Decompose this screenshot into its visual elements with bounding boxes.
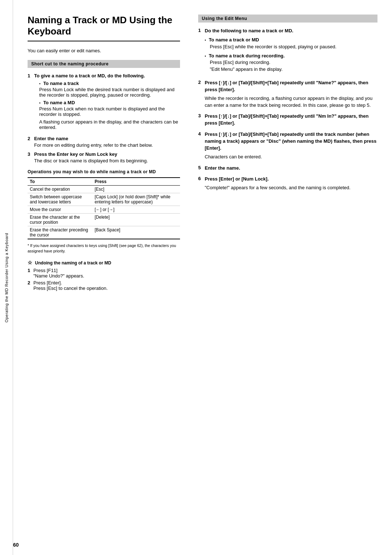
right-step-3-num: 3	[198, 113, 205, 118]
tip-step-2-text: Press [Enter]. Press [Esc] to cancel the…	[33, 280, 108, 291]
step-1-number: 1	[28, 73, 34, 78]
table-cell-press: [←] or [→]	[93, 206, 180, 214]
sub1-text: Press Num Lock while the desired track n…	[39, 87, 180, 98]
right-step-1-content: Do the following to name a track or MD. …	[205, 28, 377, 75]
right-sub-name-track-recording: • To name a track during recording. Pres…	[205, 53, 377, 73]
right-step-6-content: Press [Enter] or [Num Lock]. "Complete!"…	[205, 176, 377, 191]
tip-step-2-label: Press [Enter].	[33, 280, 62, 285]
right-step-2-content: Press [↑]/[↓] or [Tab]/[Shift]+[Tab] rep…	[205, 80, 377, 109]
sidebar-label: Operating the MD Recorder Using a Keyboa…	[4, 233, 9, 323]
shortcut-section-header: Short cut to the naming procedure	[28, 60, 180, 68]
step-3-number: 3	[28, 151, 34, 157]
table-col2-header: Press	[93, 178, 180, 186]
right-sub1-text: Press [Esc] while the recorder is stoppe…	[210, 44, 377, 50]
sub1-label: To name a track	[43, 81, 79, 86]
step-2-content: Enter the name For more on editing durin…	[34, 136, 180, 148]
main-content: Naming a Track or MD Using the Keyboard …	[13, 0, 392, 555]
sub2-label: To name a MD	[43, 100, 75, 105]
right-step-2-num: 2	[198, 80, 205, 85]
right-sub-name-track-md: • To name a track or MD Press [Esc] whil…	[205, 37, 377, 50]
bullet-icon: •	[39, 82, 41, 86]
right-step-1: 1 Do the following to name a track or MD…	[198, 28, 377, 75]
right-step-4-bold: Press [↑]/[↓] or [Tab]/[Shift]+[Tab] rep…	[205, 131, 376, 151]
table-row: Erase the character at the cursor positi…	[28, 214, 180, 226]
right-step-5: 5 Enter the name.	[198, 165, 377, 172]
intro-text: You can easily enter or edit names.	[28, 48, 180, 53]
table-cell-to: Switch between uppercase and lowercase l…	[28, 193, 93, 206]
right-step-2-detail: While the recorder is recording, a flash…	[205, 95, 377, 109]
right-step-3-bold: Press [↑]/[↓] or [Tab]/[Shift]+[Tab] rep…	[205, 113, 368, 126]
right-sub1-label: To name a track or MD	[209, 37, 259, 42]
right-step-5-content: Enter the name.	[205, 165, 377, 172]
table-cell-press: [Delete]	[93, 214, 180, 226]
right-sub2-text: Press [Esc] during recording.	[210, 59, 377, 66]
right-step-3-content: Press [↑]/[↓] or [Tab]/[Shift]+[Tab] rep…	[205, 113, 377, 127]
right-step-5-bold: Enter the name.	[205, 165, 240, 171]
table-cell-to: Cancel the operation	[28, 186, 93, 193]
right-sub2-extra: "Edit Menu" appears in the display.	[210, 66, 377, 73]
right-step-4-detail: Characters can be entered.	[205, 154, 377, 161]
tip-step-1: 1 Press [F11] "Name Undo?" appears.	[28, 268, 180, 279]
step-2-text: Enter the name	[34, 136, 68, 141]
right-step-6-num: 6	[198, 176, 205, 181]
two-col-layout: Naming a Track or MD Using the Keyboard …	[13, 15, 392, 533]
right-step-4: 4 Press [↑]/[↓] or [Tab]/[Shift]+[Tab] r…	[198, 131, 377, 160]
tip-section: ☆ Undoing the naming of a track or MD 1 …	[28, 260, 180, 291]
step-1-row: 1 To give a name to a track or MD, do th…	[28, 73, 180, 132]
tip-header-text: Undoing the naming of a track or MD	[35, 260, 111, 266]
table-row: Move the cursor[←] or [→]	[28, 206, 180, 214]
right-step-5-num: 5	[198, 165, 205, 170]
sub2-extra: A flashing cursor appears in the display…	[39, 119, 180, 130]
right-step-6-detail: "Complete!" appears for a few seconds, a…	[205, 185, 377, 191]
table-cell-to: Erase the character preceding the cursor	[28, 226, 93, 239]
footnote: * If you have assigned characters to key…	[28, 243, 180, 254]
right-step-1-bold: Do the following to name a track or MD.	[205, 28, 293, 33]
table-cell-press: [Caps Lock] (or hold down [Shift]* while…	[93, 193, 180, 206]
right-step-2-bold: Press [↑]/[↓] or [Tab]/[Shift]+[Tab] rep…	[205, 80, 368, 92]
sub2-text: Press Num Lock when no track number is d…	[39, 106, 180, 117]
sidebar: Operating the MD Recorder Using a Keyboa…	[0, 0, 13, 555]
right-column: Using the Edit Menu 1 Do the following t…	[191, 15, 392, 533]
step-2-row: 2 Enter the name For more on editing dur…	[28, 136, 180, 148]
right-sub2-label: To name a track during recording.	[209, 53, 285, 58]
sub-item-name-track: • To name a track Press Num Lock while t…	[39, 81, 180, 98]
step-3-detail: The disc or track name is displayed from…	[34, 158, 180, 163]
table-row: Switch between uppercase and lowercase l…	[28, 193, 180, 206]
tip-step-2: 2 Press [Enter]. Press [Esc] to cancel t…	[28, 280, 180, 291]
tip-step-1-num: 1	[28, 268, 33, 279]
tip-step-2-num: 2	[28, 280, 33, 291]
page-number: 60	[13, 542, 19, 548]
table-col1-header: To	[28, 178, 93, 186]
table-cell-to: Move the cursor	[28, 206, 93, 214]
right-step-3: 3 Press [↑]/[↓] or [Tab]/[Shift]+[Tab] r…	[198, 113, 377, 127]
left-column: Naming a Track or MD Using the Keyboard …	[13, 15, 191, 533]
operations-header: Operations you may wish to do while nami…	[28, 169, 180, 174]
step-3-row: 3 Press the Enter key or Num Lock key Th…	[28, 151, 180, 163]
step-3-content: Press the Enter key or Num Lock key The …	[34, 151, 180, 163]
tip-step-1-label: Press [F11]	[33, 268, 57, 273]
operations-table: To Press Cancel the operation[Esc]Switch…	[28, 177, 180, 239]
tip-header: ☆ Undoing the naming of a track or MD	[28, 260, 180, 266]
tip-step-2-detail: Press [Esc] to cancel the operation.	[33, 285, 108, 291]
right-step-4-content: Press [↑]/[↓] or [Tab]/[Shift]+[Tab] rep…	[205, 131, 377, 160]
right-step-4-num: 4	[198, 131, 205, 137]
right-bullet-2: •	[205, 54, 206, 59]
bullet-icon-2: •	[39, 101, 41, 105]
tip-step-1-detail: "Name Undo?" appears.	[33, 273, 84, 279]
step-1-text: To give a name to a track or MD, do the …	[34, 73, 145, 78]
step-2-detail: For more on editing during entry, refer …	[34, 142, 180, 148]
right-step-2: 2 Press [↑]/[↓] or [Tab]/[Shift]+[Tab] r…	[198, 80, 377, 109]
step-1-content: To give a name to a track or MD, do the …	[34, 73, 180, 132]
page-title: Naming a Track or MD Using the Keyboard	[28, 15, 180, 41]
right-step-1-num: 1	[198, 28, 205, 33]
edit-menu-section-header: Using the Edit Menu	[198, 15, 377, 23]
table-cell-press: [Back Space]	[93, 226, 180, 239]
step-3-text: Press the Enter key or Num Lock key	[34, 151, 117, 157]
page: Operating the MD Recorder Using a Keyboa…	[0, 0, 392, 555]
right-step-6: 6 Press [Enter] or [Num Lock]. "Complete…	[198, 176, 377, 191]
tip-step-1-text: Press [F11] "Name Undo?" appears.	[33, 268, 84, 279]
table-row: Erase the character preceding the cursor…	[28, 226, 180, 239]
sub-item-name-md: • To name a MD Press Num Lock when no tr…	[39, 100, 180, 130]
right-step-6-bold: Press [Enter] or [Num Lock].	[205, 176, 269, 182]
tip-icon: ☆	[28, 260, 32, 266]
